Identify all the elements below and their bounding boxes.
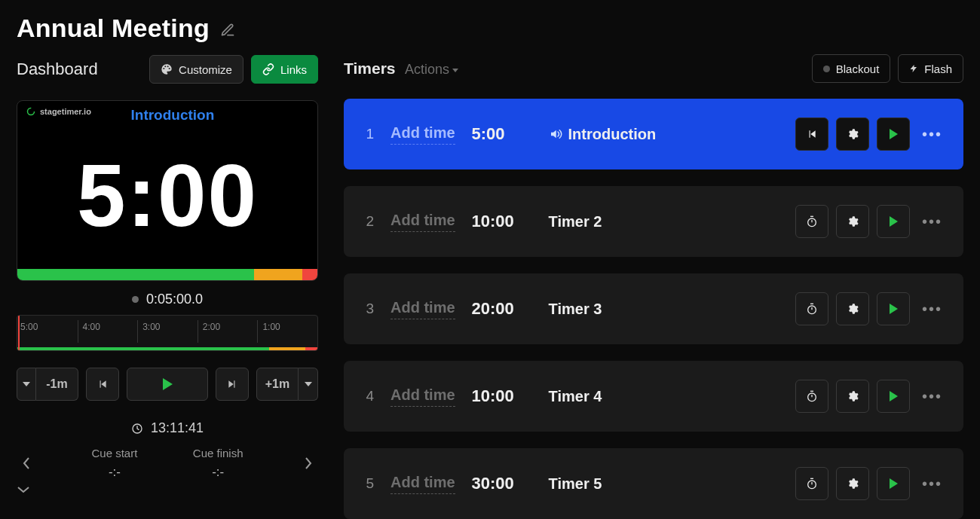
minus-1m-button[interactable]: -1m bbox=[36, 368, 78, 401]
play-icon bbox=[890, 216, 898, 227]
timer-name[interactable]: Timer 3 bbox=[549, 301, 602, 318]
timer-row[interactable]: 1Add time5:00Introduction••• bbox=[344, 99, 963, 169]
caret-down-icon bbox=[452, 69, 458, 72]
timer-play-button[interactable] bbox=[877, 292, 910, 325]
timer-stopwatch-button[interactable] bbox=[795, 467, 828, 500]
ruler-tick: 4:00 bbox=[78, 320, 100, 343]
preview-big-time: 5:00 bbox=[17, 152, 317, 240]
timers-label: Timers bbox=[344, 60, 396, 77]
add-time-button[interactable]: Add time bbox=[390, 299, 455, 319]
gear-icon bbox=[847, 128, 859, 140]
links-button[interactable]: Links bbox=[251, 55, 318, 84]
timer-index: 3 bbox=[360, 301, 374, 317]
cue-finish-label: Cue finish bbox=[193, 445, 243, 463]
timer-index: 2 bbox=[360, 213, 374, 230]
timer-duration[interactable]: 30:00 bbox=[472, 474, 532, 493]
dot-icon bbox=[823, 66, 830, 72]
brand: stagetimer.io bbox=[26, 107, 91, 116]
play-icon bbox=[890, 129, 898, 139]
customize-button[interactable]: Customize bbox=[149, 55, 243, 84]
timer-index: 4 bbox=[360, 388, 374, 405]
play-icon bbox=[163, 378, 173, 390]
timer-name[interactable]: Introduction bbox=[549, 126, 657, 143]
timer-stopwatch-button[interactable] bbox=[795, 292, 828, 325]
timer-settings-button[interactable] bbox=[836, 467, 869, 500]
page-title: Annual Meeting bbox=[17, 14, 210, 43]
blackout-button[interactable]: Blackout bbox=[812, 54, 891, 83]
clock-icon bbox=[131, 423, 143, 435]
timer-play-button[interactable] bbox=[877, 467, 910, 500]
timer-name[interactable]: Timer 4 bbox=[549, 388, 602, 405]
minus-dropdown-button[interactable] bbox=[17, 368, 36, 401]
caret-down-icon bbox=[23, 382, 30, 386]
add-time-button[interactable]: Add time bbox=[390, 124, 455, 145]
stopwatch-icon bbox=[806, 215, 818, 227]
links-button-label: Links bbox=[280, 63, 307, 76]
playhead[interactable] bbox=[18, 316, 20, 350]
plus-dropdown-button[interactable] bbox=[299, 368, 318, 401]
timer-play-button[interactable] bbox=[877, 205, 910, 238]
edit-title-icon[interactable] bbox=[220, 23, 235, 38]
play-pause-button[interactable] bbox=[127, 368, 208, 401]
cue-start-label: Cue start bbox=[91, 445, 137, 463]
timeline[interactable]: 5:00 4:00 3:00 2:00 1:00 bbox=[17, 315, 318, 351]
play-icon bbox=[890, 391, 898, 401]
timer-settings-button[interactable] bbox=[836, 205, 869, 238]
timer-more-button[interactable]: ••• bbox=[917, 471, 947, 497]
timer-play-button[interactable] bbox=[877, 118, 910, 151]
timer-more-button[interactable]: ••• bbox=[917, 383, 947, 410]
sound-icon bbox=[549, 127, 562, 141]
timer-duration[interactable]: 10:00 bbox=[472, 212, 532, 231]
play-icon bbox=[890, 478, 898, 489]
add-time-button[interactable]: Add time bbox=[390, 386, 455, 407]
add-time-button[interactable]: Add time bbox=[390, 212, 455, 232]
caret-down-icon bbox=[305, 382, 312, 386]
cue-next-button[interactable] bbox=[299, 451, 318, 475]
skip-forward-button[interactable] bbox=[216, 368, 249, 401]
gear-icon bbox=[847, 303, 859, 315]
timer-row[interactable]: 2Add time10:00Timer 2••• bbox=[344, 186, 963, 257]
timer-row[interactable]: 5Add time30:00Timer 5••• bbox=[344, 448, 963, 519]
cue-prev-button[interactable] bbox=[17, 451, 36, 475]
flash-button[interactable]: Flash bbox=[898, 54, 963, 83]
elapsed-label: 0:05:00.0 bbox=[146, 292, 203, 307]
timer-more-button[interactable]: ••• bbox=[917, 209, 947, 235]
timeline-progress bbox=[17, 347, 317, 350]
plus-1m-label: +1m bbox=[265, 377, 289, 391]
timer-duration[interactable]: 20:00 bbox=[472, 299, 532, 319]
gear-icon bbox=[847, 478, 859, 490]
bolt-icon bbox=[909, 63, 918, 75]
timer-name[interactable]: Timer 5 bbox=[549, 475, 602, 493]
timer-index: 5 bbox=[360, 475, 374, 492]
timer-index: 1 bbox=[360, 126, 374, 142]
timer-name[interactable]: Timer 2 bbox=[549, 213, 602, 230]
plus-1m-button[interactable]: +1m bbox=[256, 368, 299, 401]
preview-panel: stagetimer.io Introduction 5:00 bbox=[17, 100, 318, 281]
preview-timer-name: Introduction bbox=[131, 107, 215, 124]
timer-play-button[interactable] bbox=[877, 380, 910, 413]
timer-duration[interactable]: 5:00 bbox=[472, 124, 532, 144]
timer-more-button[interactable]: ••• bbox=[917, 296, 947, 322]
skip-forward-icon bbox=[227, 379, 237, 389]
timer-settings-button[interactable] bbox=[836, 118, 869, 151]
expand-cues-button[interactable] bbox=[17, 486, 318, 493]
timer-stopwatch-button[interactable] bbox=[795, 380, 828, 413]
ruler-tick: 2:00 bbox=[198, 320, 220, 343]
ruler-tick: 3:00 bbox=[137, 320, 160, 343]
timer-row[interactable]: 3Add time20:00Timer 3••• bbox=[344, 273, 963, 344]
timer-reset-button[interactable] bbox=[795, 118, 828, 151]
timer-stopwatch-button[interactable] bbox=[795, 205, 828, 238]
timer-duration[interactable]: 10:00 bbox=[472, 386, 532, 406]
skip-back-icon bbox=[807, 129, 817, 139]
timer-row[interactable]: 4Add time10:00Timer 4••• bbox=[344, 361, 963, 432]
timer-settings-button[interactable] bbox=[836, 292, 869, 325]
skip-back-button[interactable] bbox=[86, 368, 119, 401]
record-dot-icon bbox=[132, 296, 139, 303]
actions-dropdown[interactable]: Actions bbox=[405, 62, 458, 78]
timer-more-button[interactable]: ••• bbox=[917, 121, 947, 148]
timer-settings-button[interactable] bbox=[836, 380, 869, 413]
cue-finish-value: -:- bbox=[193, 463, 243, 482]
brand-text: stagetimer.io bbox=[40, 107, 91, 116]
play-icon bbox=[890, 304, 898, 314]
add-time-button[interactable]: Add time bbox=[390, 474, 455, 494]
